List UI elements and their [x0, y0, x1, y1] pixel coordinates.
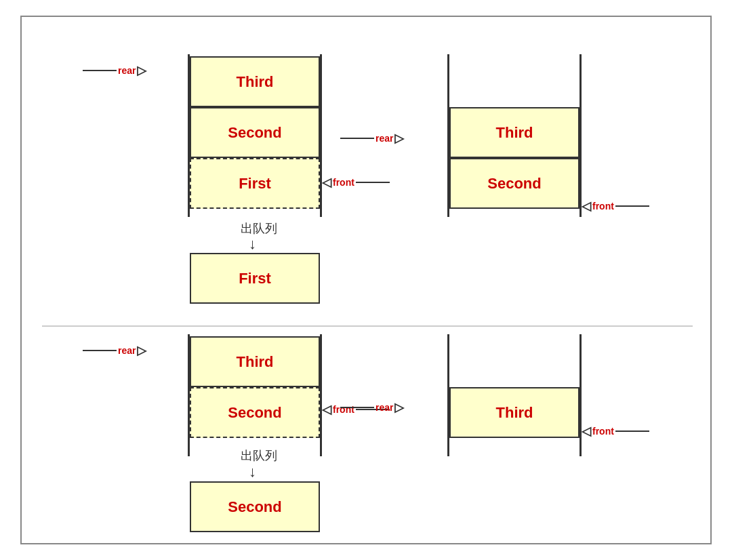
item-second-output: Second: [190, 481, 320, 532]
divider: [42, 325, 693, 327]
item-third-tl: Third: [190, 56, 320, 107]
item-third-bl: Third: [190, 336, 320, 387]
right-wall-tl: [320, 54, 322, 217]
item-third-tr: Third: [449, 107, 580, 158]
item-first-output: First: [190, 253, 320, 304]
dequeue-label-top: 出队列: [198, 220, 320, 237]
item-third-br: Third: [449, 387, 580, 438]
dequeue-arrow-bottom: ↓: [249, 463, 256, 481]
rear-arrow-tr: rear ▷: [340, 131, 404, 146]
right-wall-bl: [320, 334, 322, 456]
rear-arrow-tl: rear ▷: [83, 63, 146, 78]
dequeue-label-bottom: 出队列: [198, 447, 320, 464]
front-arrow-tr: ◁ front: [582, 199, 649, 214]
item-second-tr: Second: [449, 158, 580, 209]
right-wall-tr: [580, 54, 582, 217]
front-arrow-tl: ◁ front: [322, 175, 390, 190]
front-arrow-br: ◁ front: [582, 424, 649, 439]
item-second-bl: Second: [190, 387, 320, 438]
dequeue-arrow-top: ↓: [249, 235, 256, 253]
main-diagram: Third Second First rear ▷ ◁ front 出队列 ↓ …: [20, 16, 712, 544]
item-second-tl: Second: [190, 107, 320, 158]
rear-arrow-bl: rear ▷: [83, 343, 146, 358]
item-first-tl: First: [190, 158, 320, 209]
rear-arrow-br: rear ▷: [340, 400, 404, 415]
